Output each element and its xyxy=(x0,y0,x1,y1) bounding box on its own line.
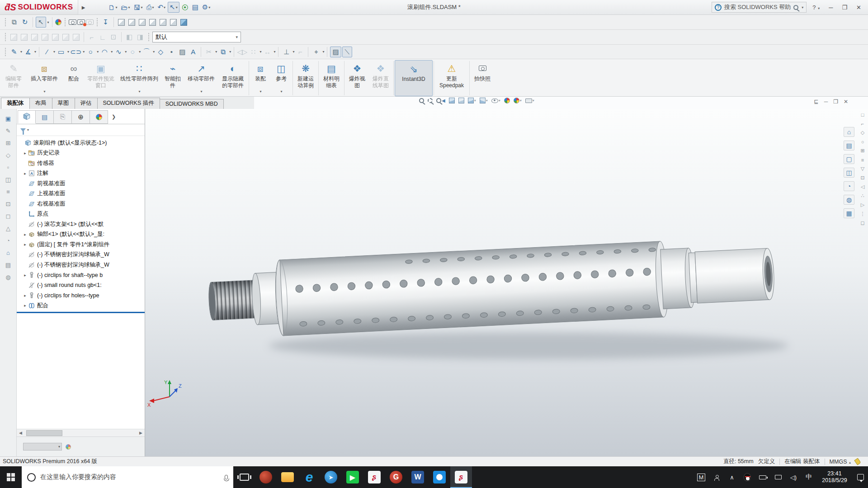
rotate-view-icon[interactable]: ↻ xyxy=(20,17,30,28)
zoom-to-fit-icon[interactable] xyxy=(418,98,425,103)
tree-item-history[interactable]: ▸历史记录 xyxy=(17,148,145,159)
mate-button[interactable]: ∞配合 xyxy=(63,60,84,96)
panel-tabs-overflow-icon[interactable]: ❯ xyxy=(112,114,116,120)
undo-icon[interactable]: ↶▾ xyxy=(156,2,167,12)
move-component-button[interactable]: ↗移动零部件▾ xyxy=(184,60,218,96)
bill-of-materials-button[interactable]: ▤材料明细表 xyxy=(320,60,343,96)
scene-icon[interactable]: ◍ xyxy=(844,195,854,205)
messenger-app-icon[interactable]: ➤ xyxy=(320,466,342,488)
filter-funnel-icon[interactable] xyxy=(20,128,26,132)
appearances-icon[interactable]: ◔ xyxy=(844,181,854,191)
design-library-icon[interactable]: ▤ xyxy=(844,141,854,150)
dock-pane-icon[interactable]: ⊑ xyxy=(814,99,819,105)
convert-entities-icon[interactable]: ⧉ xyxy=(218,47,228,57)
open-document-icon[interactable]: 🗁▾ xyxy=(119,3,131,12)
take-snapshot-button[interactable]: 拍快照 xyxy=(471,60,494,96)
apply-scene-icon[interactable]: ▾ xyxy=(513,98,523,103)
view-orientation-icon[interactable]: ▾ xyxy=(467,98,477,103)
graphics-viewport[interactable]: Y Z X ⌂▤▢◫◔◍▦ □⌐◇○⊞≡▽⊡◁∴▷⋮◻ xyxy=(145,109,868,456)
dock-tool-icon-14[interactable]: ◍ xyxy=(4,273,13,281)
edge-tool-icon-1[interactable]: □ xyxy=(858,112,867,117)
dock-tool-icon-4[interactable]: ◇ xyxy=(4,151,13,159)
tree-item-circlips-holes[interactable]: ▸(-) circlips for holes--type xyxy=(17,291,145,301)
hatch-icon[interactable]: ▨ xyxy=(177,47,187,57)
instant3d-button[interactable]: ⇘Instant3D xyxy=(395,60,433,96)
tree-item-circlips-shaft[interactable]: ▸(-) circlips for shaft--type b xyxy=(17,270,145,281)
dimxpert-manager-tab[interactable]: ⊕ xyxy=(72,110,90,124)
line-icon[interactable]: ∕ xyxy=(42,47,52,57)
tree-item-top-plane[interactable]: 上视基准面 xyxy=(17,189,145,199)
sketch-icon[interactable]: ✎ xyxy=(9,47,19,57)
tree-item-round-nuts[interactable]: (-) small round nuts gb<1: xyxy=(17,280,145,291)
previous-view-icon[interactable]: ◀ xyxy=(435,98,446,103)
tree-item-mates[interactable]: ▸配合 xyxy=(17,300,145,311)
dock-tool-icon-5[interactable]: ▫ xyxy=(4,163,13,171)
dock-tool-icon-12[interactable]: ⌂ xyxy=(4,249,13,257)
rebuild-icon[interactable]: ⦿ xyxy=(180,3,190,12)
insert-components-button[interactable]: ⧈插入零部件▾ xyxy=(25,60,63,96)
show-hidden-components-button[interactable]: ◐显示隐藏的零部件 xyxy=(218,60,248,96)
tree-item-bearing-1[interactable]: (-) 不锈钢密封深沟球轴承_W xyxy=(17,250,145,260)
view-isometric-icon[interactable] xyxy=(180,19,187,26)
edge-tool-icon-2[interactable]: ⌐ xyxy=(858,121,867,127)
tray-clock[interactable]: 23:41 2018/5/29 xyxy=(816,470,853,484)
home-icon[interactable]: ⌂ xyxy=(844,127,854,137)
tray-volume-icon[interactable]: ◁) xyxy=(786,474,801,481)
save-icon[interactable]: 🖫▾ xyxy=(132,3,144,12)
start-button[interactable] xyxy=(0,466,22,488)
scroll-left-icon[interactable]: ◀ xyxy=(17,431,24,435)
view-settings-icon[interactable]: ▾ xyxy=(524,99,535,103)
ellipse-icon[interactable]: ◌ xyxy=(127,47,137,57)
view-palette-icon[interactable]: ◫ xyxy=(844,168,854,178)
edit-appearance-icon[interactable] xyxy=(503,98,511,103)
file-explorer-app-icon[interactable] xyxy=(277,466,298,488)
minimize-button[interactable]: ─ xyxy=(826,4,836,11)
view-front-icon[interactable] xyxy=(118,19,125,26)
microphone-icon[interactable] xyxy=(225,475,228,479)
doc-restore-icon[interactable]: ❐ xyxy=(833,99,838,105)
search-options-caret-icon[interactable]: ▾ xyxy=(802,5,803,9)
configuration-manager-tab[interactable]: ⎘ xyxy=(54,110,72,124)
filter-caret-icon[interactable]: ▾ xyxy=(27,128,29,132)
select-tool-icon[interactable]: ↖▾ xyxy=(168,2,179,13)
normal-to-icon[interactable]: ↧ xyxy=(101,17,111,28)
search-icon[interactable] xyxy=(793,5,798,10)
tree-item-origin[interactable]: 原点 xyxy=(17,209,145,220)
tree-item-shaft[interactable]: ▸轴部<1> (默认<<默认>_显: xyxy=(17,230,145,240)
dock-tool-icon-3[interactable]: ⊞ xyxy=(4,139,13,147)
fillet-icon[interactable]: ⌒ xyxy=(142,47,151,57)
text-icon[interactable]: A xyxy=(188,47,198,57)
tree-item-bearing-2[interactable]: (-) 不锈钢密封深沟球轴承_W xyxy=(17,260,145,270)
help-menu-button[interactable]: ? ▾ xyxy=(809,4,823,11)
close-button[interactable]: ✕ xyxy=(853,4,864,11)
panel-bottom-sphere-icon[interactable] xyxy=(66,444,71,450)
point-icon[interactable]: • xyxy=(166,47,176,57)
exploded-view-button[interactable]: ❖爆炸视图 xyxy=(345,60,369,96)
edge-tool-icon-7[interactable]: ▽ xyxy=(858,166,867,172)
scroll-thumb[interactable] xyxy=(26,430,62,436)
view-top-icon[interactable] xyxy=(160,19,166,26)
dock-tool-icon-1[interactable]: ▣ xyxy=(4,114,13,122)
edge-tool-icon-13[interactable]: ◻ xyxy=(858,220,867,226)
hide-show-annotations-icon[interactable] xyxy=(458,98,465,103)
shaded-sketch-contours-icon[interactable]: ▨ xyxy=(330,47,341,57)
display-style-icon[interactable]: ▾ xyxy=(479,98,489,103)
solidworks-active-app-icon[interactable]: ʂ xyxy=(450,466,472,488)
arc-icon[interactable]: ◠ xyxy=(99,47,109,57)
smart-dimension-icon[interactable]: ∡ xyxy=(23,47,33,57)
print-icon[interactable]: ⎙▾ xyxy=(145,2,155,12)
view-left-icon[interactable] xyxy=(139,19,146,26)
smart-fasteners-button[interactable]: ⌁智能扣件 xyxy=(161,60,184,96)
feature-manager-tab[interactable] xyxy=(18,110,36,124)
edge-tool-icon-12[interactable]: ⋮ xyxy=(858,211,867,217)
dock-tool-icon-9[interactable]: ◻ xyxy=(4,212,13,220)
dock-tool-icon-7[interactable]: ≡ xyxy=(4,188,13,196)
dock-tool-icon-2[interactable]: ✎ xyxy=(4,127,13,135)
tab-solidworks-addins[interactable]: SOLIDWORKS 插件 xyxy=(97,98,160,109)
custom-properties-icon[interactable]: ▦ xyxy=(844,208,854,218)
dock-tool-icon-13[interactable]: ▤ xyxy=(4,261,13,269)
record-video-icon[interactable] xyxy=(77,19,85,25)
hide-show-items-icon[interactable]: ▾ xyxy=(491,99,501,103)
rectangle-icon[interactable]: ▭ xyxy=(56,47,66,57)
dock-tool-icon-6[interactable]: ◫ xyxy=(4,175,13,183)
